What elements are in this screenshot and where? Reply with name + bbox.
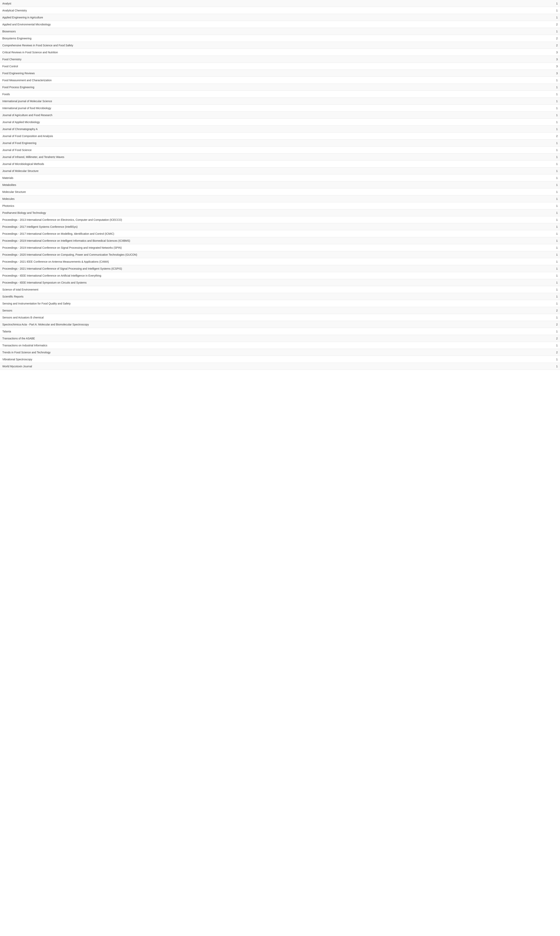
table-row: Biosystems Engineering2	[0, 35, 560, 42]
table-row: Critical Reviews in Food Science and Nut…	[0, 49, 560, 56]
journal-count: 1	[554, 142, 558, 145]
table-row: Proceedings - IEEE International Symposi…	[0, 279, 560, 286]
table-row: Proceedings - 2019 International Confere…	[0, 244, 560, 251]
journal-count: 1	[554, 365, 558, 368]
table-row: Proceedings - 2017 International Confere…	[0, 230, 560, 237]
journal-count: 1	[554, 148, 558, 151]
table-row: World Mycotoxin Journal1	[0, 363, 560, 370]
journal-name: Science of total Environement	[2, 288, 554, 291]
journal-name: Food Engineering Reviews	[2, 72, 554, 75]
journal-name: Proceedings - 2020 International Confere…	[2, 253, 554, 256]
journal-count: 1	[554, 86, 558, 89]
journal-name: Analytical Chemistry	[2, 9, 554, 12]
journal-name: World Mycotoxin Journal	[2, 365, 554, 368]
table-row: Postharvest Biology and Technology1	[0, 209, 560, 216]
journal-name: Talanta	[2, 330, 554, 333]
journal-count: 1	[554, 246, 558, 249]
table-row: Materials1	[0, 174, 560, 182]
journal-name: Transactions on Industrial Informatics	[2, 344, 554, 347]
table-row: Journal of Applied Microbiology1	[0, 119, 560, 126]
journal-name: Food Measurement and Characterization	[2, 79, 554, 82]
journal-name: Journal of Food Composition and Analysis	[2, 134, 554, 137]
journal-name: Journal of Chromatography A	[2, 128, 554, 131]
journal-count: 1	[554, 232, 558, 235]
journal-count: 2	[554, 323, 558, 326]
journal-name: Foods	[2, 93, 554, 96]
table-row: Molecules1	[0, 195, 560, 202]
journal-count: 1	[554, 281, 558, 284]
table-row: Transactions on Industrial Informatics1	[0, 342, 560, 349]
table-row: Comprehensive Reviews in Food Science an…	[0, 42, 560, 49]
journal-name: Metabolites	[2, 183, 554, 187]
table-row: Journal of Molecular Structure1	[0, 168, 560, 174]
table-row: Proceedings - 2020 International Confere…	[0, 251, 560, 258]
journal-count: 2	[554, 44, 558, 47]
journal-name: Journal of Agriculture and Food Research	[2, 114, 554, 117]
journal-name: Vibrational Spectroscopy	[2, 358, 554, 361]
journal-name: Food Process Engineering	[2, 86, 554, 89]
table-row: Food Chemistry3	[0, 56, 560, 63]
journal-count: 1	[554, 170, 558, 173]
table-row: Talanta1	[0, 328, 560, 335]
journal-name: Proceedings - 2017 International Confere…	[2, 232, 554, 235]
journal-name: Postharvest Biology and Technology	[2, 211, 554, 214]
journal-count: 1	[554, 288, 558, 291]
table-row: Proceedings - 2019 International Confere…	[0, 237, 560, 244]
journal-count: 2	[554, 37, 558, 40]
table-row: International journal of Molecular Scien…	[0, 98, 560, 105]
table-row: Sensors2	[0, 307, 560, 314]
journal-name: Proceedings - 2019 International Confere…	[2, 246, 554, 249]
table-row: Applied Engineering in Agriculture1	[0, 14, 560, 21]
journal-count: 1	[554, 358, 558, 361]
journal-name: Sensors	[2, 309, 554, 312]
journal-name: Molecular Structure	[2, 190, 554, 193]
journal-count: 1	[554, 330, 558, 333]
journal-name: Applied Engineering in Agriculture	[2, 16, 554, 19]
journal-count: 1	[554, 128, 558, 131]
table-row: Proceedings - 2013 International Confere…	[0, 216, 560, 223]
journal-count: 1	[554, 211, 558, 214]
journal-name: Journal of Infrared, Millimeter, and Ter…	[2, 156, 554, 159]
table-row: Trends in Food Science and Technology2	[0, 349, 560, 356]
journal-count: 1	[554, 183, 558, 187]
journal-name: Analyst	[2, 2, 554, 5]
table-row: Journal of Infrared, Millimeter, and Ter…	[0, 154, 560, 160]
journal-name: Sensors and Actuators B chemical	[2, 316, 554, 319]
table-row: Biosensors1	[0, 28, 560, 35]
journal-name: Molecules	[2, 197, 554, 200]
journal-name: Proceedings - 2021 IEEE Conference on An…	[2, 260, 554, 263]
journal-count: 1	[554, 316, 558, 319]
journal-count: 1	[554, 16, 558, 19]
journal-name: Proceedings - 2021 International Confere…	[2, 267, 554, 270]
journal-count: 2	[554, 351, 558, 354]
table-row: Journal of Food Engineering1	[0, 140, 560, 146]
journal-name: Materials	[2, 176, 554, 179]
table-row: Journal of Microbiological Methods1	[0, 160, 560, 168]
table-row: Food Control3	[0, 63, 560, 70]
journal-count: 2	[554, 309, 558, 312]
journal-name: Spectrochimica Acta - Part A: Molecular …	[2, 323, 554, 326]
table-row: Analyst1	[0, 0, 560, 7]
table-row: Molecular Structure1	[0, 188, 560, 195]
journal-count: 1	[554, 260, 558, 263]
journal-name: Journal of Microbiological Methods	[2, 162, 554, 165]
journal-name: Food Control	[2, 65, 554, 68]
table-row: Journal of Food Composition and Analysis…	[0, 133, 560, 140]
journal-count: 2	[554, 337, 558, 340]
journal-name: Journal of Applied Microbiology	[2, 120, 554, 124]
journal-name: Journal of Food Engineering	[2, 142, 554, 145]
journal-name: Journal of Molecular Structure	[2, 170, 554, 173]
table-row: Proceedings - 2021 International Confere…	[0, 265, 560, 272]
journal-name: International journal of food Microbiolo…	[2, 106, 554, 110]
table-row: Proceedings - IEEE International Confere…	[0, 272, 560, 279]
journal-name: Proceedings - IEEE International Confere…	[2, 274, 554, 277]
journal-name: Photonics	[2, 204, 554, 207]
journal-count: 1	[554, 9, 558, 12]
journal-count: 1	[554, 100, 558, 103]
table-row: Sensors and Actuators B chemical1	[0, 314, 560, 321]
table-row: Transactions of the ASABE2	[0, 335, 560, 342]
journal-count: 1	[554, 114, 558, 117]
table-row: Journal of Food Science1	[0, 146, 560, 154]
table-row: Photonics1	[0, 202, 560, 209]
table-row: Sensing and Instrumentation for Food Qua…	[0, 300, 560, 307]
